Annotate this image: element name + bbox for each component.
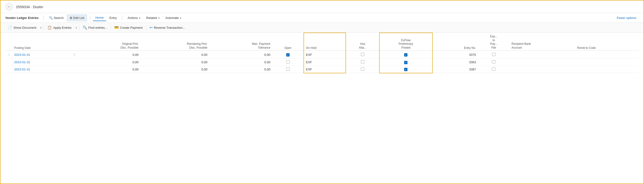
row-menu-cell	[70, 66, 78, 73]
action-bar: 📄 Show Document ∨ 📋 Apply Entries ∨ 🔍 Fi…	[0, 23, 644, 33]
open-checkbox[interactable]	[286, 60, 290, 64]
automate-chevron-icon: ∨	[180, 16, 181, 19]
tab-entry[interactable]: Entry	[107, 15, 119, 21]
top-bar: ← 2559334 · Dustin	[0, 0, 644, 13]
on-hold-cell[interactable]: EXF	[304, 66, 346, 73]
col-header-remit-to: Remit-to Code	[575, 33, 639, 51]
reverse-transaction-icon: ↩	[150, 25, 153, 30]
on-hold-cell[interactable]: EXF	[304, 51, 346, 59]
apply-entries-button[interactable]: 📋 Apply Entries	[45, 24, 74, 31]
vendor-ledger-table: Posting Date Original Pmt.Disc. Possible…	[5, 33, 639, 73]
has-atta-cell[interactable]	[346, 59, 380, 66]
nav-divider-2	[90, 15, 90, 20]
nav-divider-3	[122, 15, 122, 20]
max-pmt-cell: 0,00	[210, 66, 272, 73]
exflow-checkbox[interactable]: ✓	[404, 61, 408, 64]
show-document-dropdown[interactable]: ∨	[39, 25, 43, 30]
col-header-rem-pmt: Remaining Pmt.Disc. Possible	[140, 33, 210, 51]
show-document-icon: 📄	[8, 25, 12, 30]
has-atta-cell[interactable]	[346, 66, 380, 73]
tab-home[interactable]: Home	[93, 15, 106, 21]
search-button[interactable]: 🔍 Search	[46, 15, 66, 21]
col-header-has-atta: HasAtta...	[346, 33, 380, 51]
exflow-cell[interactable]: ✓	[380, 66, 432, 73]
col-header-menu	[70, 33, 78, 51]
exp-to-pay-cell[interactable]	[478, 66, 510, 73]
col-header-on-hold: On Hold	[304, 33, 346, 51]
row-menu-cell: ⋮	[70, 51, 78, 59]
find-entries-button[interactable]: 🔍 Find entries...	[80, 24, 110, 31]
nav-bar: Vendor Ledger Entries 🔍 Search ⊞ Edit Li…	[0, 13, 644, 23]
table-row: 2023-01-31 0,00 0,00 0,00 EXF ✓ 3387	[5, 66, 639, 73]
row-menu-cell	[70, 59, 78, 66]
max-pmt-cell: 0,00	[210, 51, 272, 59]
create-payment-button[interactable]: 💳 Create Payment	[112, 24, 145, 31]
back-button[interactable]: ←	[5, 3, 13, 10]
posting-date-link[interactable]: 2023-01-31	[14, 60, 30, 64]
orig-pmt-cell: 0,00	[78, 51, 140, 59]
show-document-button[interactable]: 📄 Show Document	[5, 24, 39, 31]
orig-pmt-cell: 0,00	[78, 59, 140, 66]
open-cell[interactable]: ✓	[272, 51, 304, 59]
related-chevron-icon: ∨	[158, 16, 160, 19]
col-header-orig-pmt: Original Pmt.Disc. Possible	[78, 33, 140, 51]
col-header-posting-date: Posting Date	[12, 33, 70, 51]
posting-date-cell: 2023-01-31	[12, 51, 70, 59]
has-atta-checkbox[interactable]	[361, 53, 364, 56]
row-indicator	[5, 66, 12, 73]
exflow-checkbox[interactable]: ✓	[404, 53, 408, 57]
edit-list-icon: ⊞	[70, 16, 72, 20]
max-pmt-cell: 0,00	[210, 59, 272, 66]
action-divider-4	[146, 25, 146, 30]
posting-date-link[interactable]: 2023-01-31	[14, 53, 30, 57]
apply-entries-icon: 📋	[47, 25, 52, 30]
exflow-cell[interactable]: ✓	[380, 51, 432, 59]
col-header-open: Open	[272, 33, 304, 51]
rem-pmt-cell: 0,00	[140, 59, 210, 66]
table-container: Posting Date Original Pmt.Disc. Possible…	[0, 33, 644, 73]
remit-to-cell	[575, 66, 639, 73]
exp-to-pay-checkbox[interactable]	[492, 60, 495, 64]
posting-date-cell: 2023-01-31	[12, 66, 70, 73]
exp-to-pay-cell[interactable]	[478, 51, 510, 59]
action-divider-3	[111, 25, 111, 30]
row-indicator: →	[5, 51, 12, 59]
remit-to-cell	[575, 59, 639, 66]
actions-menu-button[interactable]: Actions ∨	[125, 15, 143, 21]
col-header-recipient-bank: Recipient BankAccount	[510, 33, 575, 51]
on-hold-cell[interactable]: EXF	[304, 59, 346, 66]
create-payment-icon: 💳	[114, 25, 119, 30]
exp-to-pay-checkbox[interactable]	[492, 53, 495, 56]
exflow-checkbox[interactable]: ✓	[404, 68, 408, 71]
col-header-indicator	[5, 33, 12, 51]
related-menu-button[interactable]: Related ∨	[144, 15, 162, 21]
apply-entries-dropdown[interactable]: ∨	[74, 25, 78, 30]
entry-no-cell: 3387	[432, 66, 478, 73]
action-divider-2	[79, 25, 79, 30]
has-atta-cell[interactable]	[346, 51, 380, 59]
fewer-options-button[interactable]: Fewer options	[614, 15, 639, 21]
find-entries-icon: 🔍	[82, 25, 87, 30]
exp-to-pay-cell[interactable]	[478, 59, 510, 66]
reverse-transaction-button[interactable]: ↩ Reverse Transaction...	[147, 24, 188, 31]
page-title: 2559334 · Dustin	[16, 5, 43, 9]
open-checkbox[interactable]: ✓	[286, 53, 290, 57]
exflow-cell[interactable]: ✓	[380, 59, 432, 66]
search-icon: 🔍	[49, 16, 53, 20]
has-atta-checkbox[interactable]	[361, 60, 364, 64]
has-atta-checkbox[interactable]	[361, 67, 364, 71]
row-context-menu-button[interactable]: ⋮	[72, 52, 76, 57]
exp-to-pay-checkbox[interactable]	[492, 67, 495, 71]
edit-list-button[interactable]: ⊞ Edit List	[67, 15, 87, 21]
col-header-exp-to-pay: Exp...toPay...File	[478, 33, 510, 51]
table-row: 2023-01-31 0,00 0,00 0,00 EXF ✓ 3363	[5, 59, 639, 66]
col-header-exflow: ExFlowPreliminaryPosted	[380, 33, 432, 51]
open-checkbox[interactable]	[286, 67, 290, 71]
open-cell[interactable]	[272, 66, 304, 73]
remit-to-cell	[575, 51, 639, 59]
automate-menu-button[interactable]: Automate ∨	[163, 15, 184, 21]
open-cell[interactable]	[272, 59, 304, 66]
posting-date-link[interactable]: 2023-01-31	[14, 68, 30, 71]
rem-pmt-cell: 0,00	[140, 66, 210, 73]
action-divider-1	[44, 25, 44, 30]
